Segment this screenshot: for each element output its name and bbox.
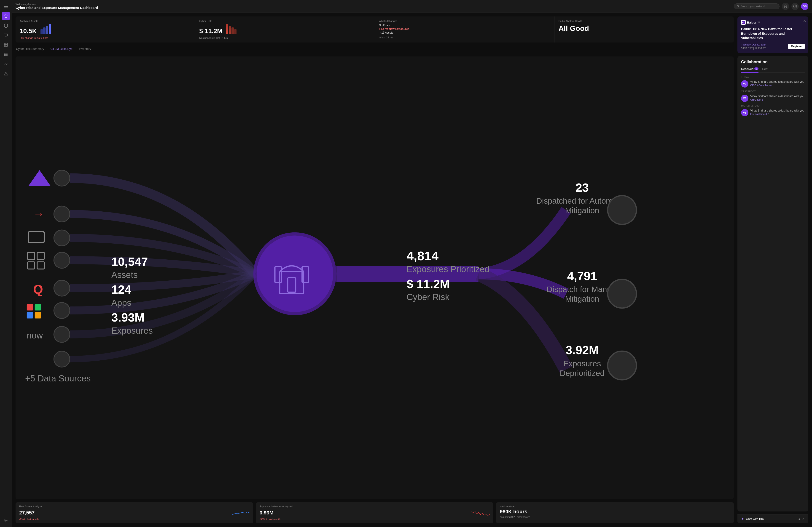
svg-rect-42 bbox=[27, 304, 33, 311]
collab-tabs: Received 3 Sent bbox=[741, 67, 805, 73]
search-box[interactable] bbox=[734, 3, 780, 9]
no-fixes-line: No Fixes bbox=[379, 24, 550, 27]
collab-avatar-1: VS bbox=[741, 80, 749, 88]
chat-bar[interactable]: ✦ Chat with BIX ⋮ ▲ ✕ bbox=[737, 514, 808, 523]
svg-line-22 bbox=[738, 6, 739, 7]
kpi-analyzed-assets: Analyzed Assets 10.5K -4% change in last… bbox=[16, 16, 195, 43]
search-icon bbox=[737, 5, 739, 8]
svg-text:23: 23 bbox=[576, 181, 589, 194]
kpi-analyzed-assets-change: -4% change in last 24 hrs bbox=[20, 36, 191, 39]
sidebar-item-trend[interactable] bbox=[2, 60, 10, 68]
svg-text:+5 Data Sources: +5 Data Sources bbox=[25, 373, 91, 383]
svg-rect-45 bbox=[35, 312, 41, 319]
stat-exposure-instances: Exposure Instances Analyzed 3.93M -38% i… bbox=[256, 502, 494, 523]
whats-changed-vals: No Fixes +1.47M New Exposures -415 Asset… bbox=[379, 24, 550, 34]
collab-avatar-2: VS bbox=[741, 95, 749, 102]
globe-icon-btn[interactable] bbox=[782, 3, 789, 10]
svg-rect-9 bbox=[4, 45, 6, 46]
svg-rect-43 bbox=[35, 304, 41, 311]
collab-section-march: MARCH 25, 2024 bbox=[741, 105, 805, 107]
help-icon-btn[interactable]: ? bbox=[792, 3, 799, 10]
collab-received-label: Received bbox=[741, 67, 753, 71]
stat-exposure-instances-change: -38% in last month bbox=[260, 518, 490, 521]
svg-point-16 bbox=[4, 55, 4, 56]
promo-brand-name: Balbix bbox=[747, 21, 756, 24]
sidebar-menu-icon[interactable] bbox=[2, 2, 10, 11]
new-exposures-line: +1.47M New Exposures bbox=[379, 27, 550, 31]
flow-svg: → Q bbox=[16, 57, 734, 499]
collab-section-today: TODAY bbox=[741, 76, 805, 78]
collab-avatar-3: VS bbox=[741, 109, 749, 116]
promo-footer: Tuesday, Oct 30, 2024 5 PM BST | 12 PM P… bbox=[741, 43, 805, 49]
collab-tab-received[interactable]: Received 3 bbox=[741, 67, 758, 73]
svg-text:Mitigation: Mitigation bbox=[565, 295, 599, 303]
stat-exposure-instances-value: 3.93M bbox=[260, 510, 274, 516]
collab-sent-label: Sent bbox=[762, 67, 768, 71]
collab-item-2: VS Vinay Sridhara shared a dashboard wit… bbox=[741, 95, 805, 102]
sidebar-item-settings[interactable] bbox=[2, 516, 10, 525]
sidebar-bottom bbox=[2, 516, 10, 525]
svg-text:4,814: 4,814 bbox=[407, 249, 439, 263]
kpi-analyzed-assets-label: Analyzed Assets bbox=[20, 20, 191, 22]
svg-text:Q: Q bbox=[33, 282, 43, 297]
stat-raw-assets-label: Raw Assets Analyzed bbox=[19, 505, 249, 508]
promo-close-button[interactable]: ✕ bbox=[803, 19, 806, 23]
svg-point-46 bbox=[54, 303, 70, 319]
svg-text:Cyber Risk: Cyber Risk bbox=[407, 292, 450, 302]
chat-up-icon[interactable]: ▲ bbox=[798, 517, 801, 521]
tab-cyber-risk-summary[interactable]: Cyber Risk Summary bbox=[16, 46, 45, 53]
svg-point-74 bbox=[608, 279, 637, 308]
topbar-right: ? GB bbox=[734, 3, 808, 10]
chat-actions: ⋮ ▲ ✕ bbox=[794, 517, 805, 521]
register-button[interactable]: Register bbox=[788, 44, 805, 49]
kpi-cyber-risk-sub: No changes in last 24 hrs bbox=[199, 36, 370, 39]
tab-inventory[interactable]: Inventory bbox=[78, 46, 91, 53]
svg-point-39 bbox=[54, 252, 70, 268]
exposure-sparkline bbox=[472, 509, 490, 517]
stat-raw-assets-value: 27,557 bbox=[19, 510, 34, 516]
tab-ctem-birds-eye[interactable]: CTEM Birds Eye bbox=[50, 46, 73, 53]
sidebar-item-list[interactable] bbox=[2, 50, 10, 59]
collab-sub-2: CISO test 1 bbox=[750, 98, 804, 101]
svg-text:Deprioritized: Deprioritized bbox=[560, 368, 605, 378]
svg-point-21 bbox=[737, 5, 739, 7]
user-avatar[interactable]: GB bbox=[801, 3, 808, 10]
svg-point-14 bbox=[4, 53, 4, 54]
collab-main-2: Vinay Sridhara shared a dashboard with y… bbox=[750, 95, 804, 98]
kpi-system-health: Balbix System Health All Good bbox=[554, 16, 734, 43]
svg-text:Assets: Assets bbox=[111, 270, 138, 280]
sidebar-item-monitor[interactable] bbox=[2, 31, 10, 39]
search-input[interactable] bbox=[741, 5, 777, 8]
svg-text:Exposures Prioritized: Exposures Prioritized bbox=[407, 264, 490, 274]
collab-tab-sent[interactable]: Sent bbox=[762, 67, 768, 71]
sidebar-item-grid[interactable] bbox=[2, 41, 10, 49]
promo-card: ✕ B Balbix ™ Balbix D3: A New Dawn for F… bbox=[737, 16, 808, 53]
raw-assets-sparkline bbox=[231, 509, 249, 517]
svg-text:now: now bbox=[27, 330, 43, 340]
svg-rect-4 bbox=[4, 34, 8, 36]
kpi-whats-changed-sub: in last 24 hrs bbox=[379, 36, 550, 39]
chat-more-icon[interactable]: ⋮ bbox=[794, 517, 796, 521]
collab-section-yesterday: YESTERDAY bbox=[741, 90, 805, 93]
sidebar-item-alert[interactable] bbox=[2, 70, 10, 78]
left-panel: Analyzed Assets 10.5K -4% change in last… bbox=[16, 16, 734, 523]
svg-rect-0 bbox=[4, 5, 8, 5]
svg-text:3.93M: 3.93M bbox=[111, 311, 145, 324]
welcome-text: Welcome, Gaurav bbox=[16, 3, 731, 6]
collab-sub-3: test dashboard 2 bbox=[750, 113, 804, 116]
svg-point-70 bbox=[608, 196, 637, 224]
assets-removed-line: -415 Assets bbox=[379, 31, 550, 34]
kpi-system-health-label: Balbix System Health bbox=[559, 20, 730, 22]
kpi-whats-changed-label: What's Changed bbox=[379, 20, 550, 22]
sidebar-item-shield[interactable] bbox=[2, 21, 10, 30]
content-area: Analyzed Assets 10.5K -4% change in last… bbox=[12, 13, 812, 527]
svg-rect-2 bbox=[4, 7, 8, 8]
svg-marker-3 bbox=[4, 14, 8, 18]
promo-time: 5 PM BST | 12 PM PT bbox=[741, 47, 766, 49]
sidebar-item-dashboard[interactable] bbox=[2, 12, 10, 20]
kpi-row: Analyzed Assets 10.5K -4% change in last… bbox=[16, 16, 734, 43]
svg-text:Exposures: Exposures bbox=[111, 326, 153, 335]
chat-close-icon[interactable]: ✕ bbox=[802, 517, 805, 521]
svg-text:Apps: Apps bbox=[111, 298, 131, 307]
stat-work-avoided-label: Work Avoided bbox=[500, 505, 730, 508]
